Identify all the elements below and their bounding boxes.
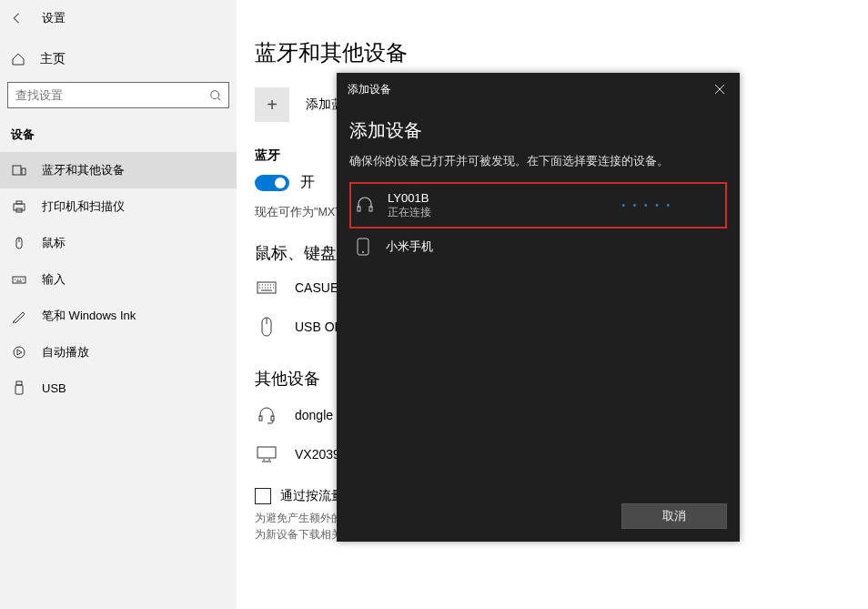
sidebar-item-label: 打印机和扫描仪: [42, 198, 125, 215]
close-icon: [714, 84, 725, 95]
connecting-indicator: • • • • •: [621, 200, 672, 210]
bluetooth-state: 开: [300, 173, 315, 192]
keyboard-icon: [11, 272, 27, 287]
svg-rect-10: [15, 385, 23, 394]
sidebar-item-mouse[interactable]: 鼠标: [0, 225, 237, 261]
dialog-title: 添加设备: [349, 118, 727, 143]
svg-rect-4: [16, 201, 22, 204]
device-option-status: 正在连接: [388, 206, 431, 219]
device-option-name: 小米手机: [386, 239, 433, 254]
sidebar-item-label: 蓝牙和其他设备: [42, 162, 125, 178]
metered-checkbox[interactable]: [255, 488, 271, 504]
svg-rect-3: [14, 204, 25, 210]
dialog-caption: 添加设备: [348, 82, 391, 97]
mouse-icon: [255, 317, 278, 337]
headphones-icon: [355, 196, 375, 214]
sidebar-item-label: 输入: [42, 271, 66, 288]
dialog-close-button[interactable]: [709, 78, 731, 100]
add-device-button[interactable]: +: [255, 87, 289, 122]
svg-rect-9: [16, 381, 22, 385]
pen-icon: [11, 309, 27, 323]
home-label: 主页: [40, 51, 66, 67]
device-option-phone[interactable]: 小米手机: [349, 228, 727, 265]
monitor-icon: [255, 446, 278, 462]
svg-point-8: [14, 347, 25, 358]
sidebar: 设置 主页 设备 蓝牙和其他设备 打印机和扫描仪 鼠标 输入 笔和 Window…: [0, 0, 237, 609]
svg-rect-15: [257, 447, 276, 458]
devices-icon: [11, 163, 27, 178]
sidebar-item-label: 笔和 Windows Ink: [42, 308, 136, 324]
printer-icon: [11, 199, 27, 214]
add-device-dialog: 添加设备 添加设备 确保你的设备已打开并可被发现。在下面选择要连接的设备。 LY…: [337, 73, 740, 542]
settings-title: 设置: [42, 10, 66, 26]
device-option-headphones[interactable]: LY001B 正在连接 • • • • •: [349, 182, 727, 228]
nav-group-label: 设备: [0, 121, 237, 152]
sidebar-item-autoplay[interactable]: 自动播放: [0, 334, 237, 370]
svg-rect-2: [22, 168, 25, 175]
autoplay-icon: [11, 345, 27, 360]
usb-icon: [11, 381, 27, 395]
sidebar-item-bluetooth[interactable]: 蓝牙和其他设备: [0, 152, 237, 188]
mouse-icon: [11, 236, 27, 250]
sidebar-item-typing[interactable]: 输入: [0, 261, 237, 298]
sidebar-item-pen[interactable]: 笔和 Windows Ink: [0, 298, 237, 334]
sidebar-item-printers[interactable]: 打印机和扫描仪: [0, 188, 237, 225]
sidebar-item-label: USB: [42, 381, 66, 395]
svg-rect-1: [13, 166, 21, 175]
phone-icon: [353, 238, 373, 256]
cancel-button[interactable]: 取消: [621, 503, 727, 529]
svg-point-19: [362, 251, 364, 253]
page-title: 蓝牙和其他设备: [255, 38, 868, 67]
sidebar-item-label: 鼠标: [42, 235, 66, 251]
device-name: dongle: [295, 408, 333, 422]
home-icon: [11, 52, 25, 66]
dialog-subtitle: 确保你的设备已打开并可被发现。在下面选择要连接的设备。: [349, 154, 727, 169]
keyboard-icon: [255, 280, 278, 295]
plus-icon: +: [267, 95, 278, 116]
sidebar-item-label: 自动播放: [42, 344, 89, 360]
sidebar-item-usb[interactable]: USB: [0, 370, 237, 405]
home-link[interactable]: 主页: [0, 40, 237, 78]
headset-icon: [255, 406, 278, 424]
bluetooth-toggle[interactable]: [255, 175, 289, 191]
device-option-name: LY001B: [388, 191, 431, 206]
search-input[interactable]: [7, 82, 229, 108]
back-button[interactable]: [7, 9, 25, 27]
